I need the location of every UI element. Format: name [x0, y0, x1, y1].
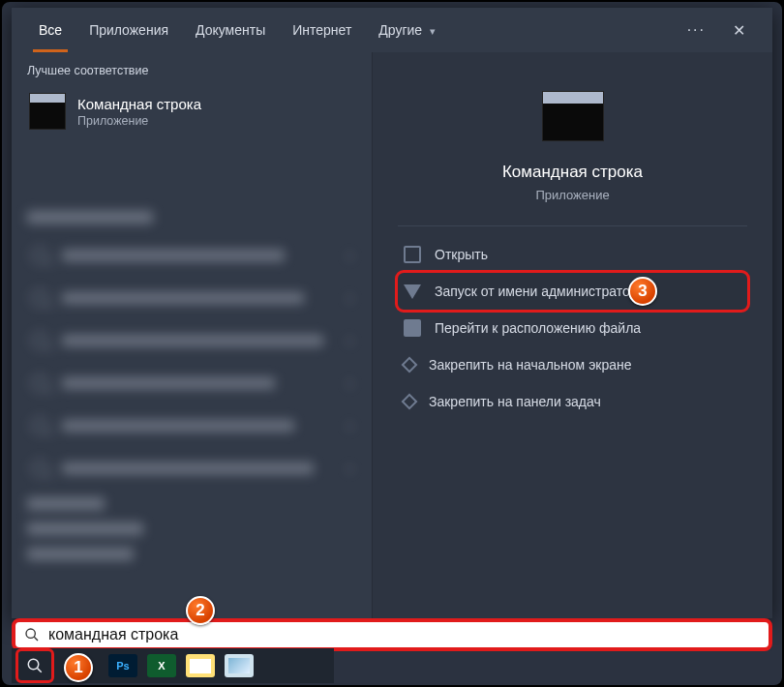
taskbar-photo-viewer-icon[interactable] — [225, 654, 254, 677]
taskbar-excel-icon[interactable]: X — [147, 654, 176, 677]
cmd-icon — [29, 93, 66, 130]
search-icon — [15, 627, 48, 642]
preview-subtitle: Приложение — [535, 188, 609, 202]
action-pin-taskbar-label: Закрепить на панели задач — [429, 394, 601, 409]
preview-title: Командная строка — [502, 163, 643, 182]
taskbar: Ps X — [12, 648, 334, 683]
taskbar-explorer-icon[interactable] — [186, 654, 215, 677]
tab-internet[interactable]: Интернет — [279, 8, 365, 52]
svg-point-2 — [28, 659, 39, 670]
start-search-panel: Все Приложения Документы Интернет Другие… — [12, 8, 772, 618]
taskbar-search-button[interactable] — [15, 648, 54, 683]
pin-start-icon — [402, 357, 418, 373]
more-options-button[interactable]: ··· — [674, 21, 719, 39]
action-goto-label: Перейти к расположению файла — [435, 320, 641, 336]
tab-apps[interactable]: Приложения — [75, 8, 182, 52]
svg-line-3 — [38, 669, 42, 672]
action-run-admin-label: Запуск от имени администратора — [435, 284, 645, 299]
annotation-badge-1: 1 — [64, 653, 93, 682]
tab-more-label: Другие — [378, 22, 422, 38]
chevron-down-icon: ▾ — [430, 25, 436, 37]
open-icon — [404, 246, 421, 263]
screenshot-frame: Все Приложения Документы Интернет Другие… — [0, 0, 784, 687]
search-bar[interactable] — [12, 618, 772, 651]
blurred-results: › › › › › › — [12, 203, 372, 618]
best-match-label: Лучшее соответствие — [12, 52, 372, 87]
results-column: Лучшее соответствие Командная строка При… — [12, 52, 372, 618]
best-match-item[interactable]: Командная строка Приложение — [12, 87, 372, 141]
preview-column: Командная строка Приложение Открыть Запу… — [372, 52, 772, 618]
annotation-badge-3: 3 — [628, 277, 657, 306]
action-open[interactable]: Открыть — [398, 236, 747, 273]
cmd-preview-icon — [542, 91, 604, 141]
action-open-label: Открыть — [435, 247, 488, 262]
svg-line-1 — [34, 637, 38, 641]
close-button[interactable]: ✕ — [719, 21, 759, 40]
search-input[interactable] — [48, 626, 769, 643]
app-preview: Командная строка Приложение — [398, 52, 747, 226]
action-pin-taskbar[interactable]: Закрепить на панели задач — [398, 383, 747, 420]
tab-more[interactable]: Другие ▾ — [365, 8, 449, 52]
action-goto-location[interactable]: Перейти к расположению файла — [398, 310, 747, 346]
taskbar-photoshop-icon[interactable]: Ps — [108, 654, 137, 677]
shield-icon — [404, 284, 421, 299]
action-pin-start-label: Закрепить на начальном экране — [429, 357, 632, 373]
actions-list: Открыть Запуск от имени администратора П… — [373, 226, 772, 430]
best-match-title: Командная строка — [77, 96, 201, 112]
tab-all[interactable]: Все — [25, 8, 75, 52]
panel-body: Лучшее соответствие Командная строка При… — [12, 52, 772, 618]
svg-point-0 — [26, 629, 35, 638]
action-pin-start[interactable]: Закрепить на начальном экране — [398, 346, 747, 383]
action-run-as-admin[interactable]: Запуск от имени администратора — [398, 273, 747, 310]
annotation-badge-2: 2 — [186, 596, 215, 625]
pin-taskbar-icon — [402, 394, 418, 410]
tab-docs[interactable]: Документы — [182, 8, 279, 52]
search-tabs: Все Приложения Документы Интернет Другие… — [12, 8, 772, 52]
best-match-subtitle: Приложение — [77, 114, 201, 128]
folder-icon — [404, 319, 421, 337]
